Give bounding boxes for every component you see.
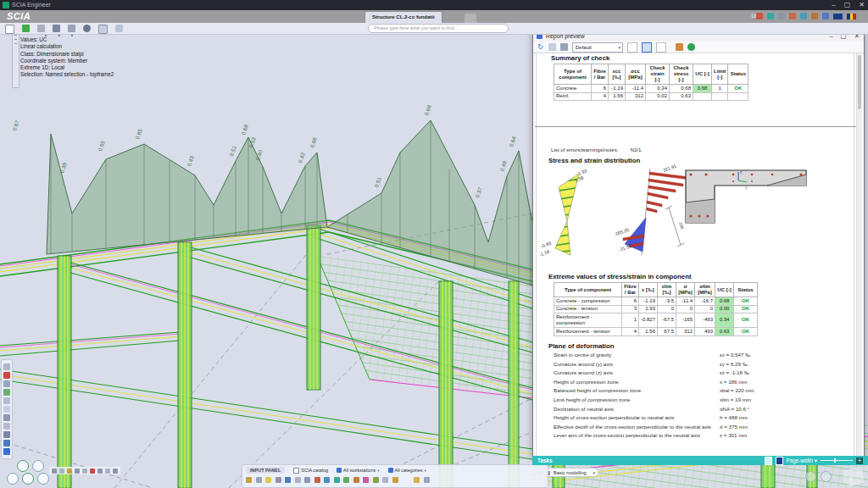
scrollbar-thumb[interactable] <box>858 55 861 109</box>
column[interactable] <box>58 256 71 488</box>
view-eye-icon[interactable] <box>83 25 91 32</box>
quick-icon[interactable] <box>67 469 72 474</box>
input-tool-icon[interactable] <box>265 477 271 483</box>
quick-icon[interactable] <box>75 469 80 474</box>
report-print-icon[interactable] <box>560 43 568 51</box>
global-search-input[interactable]: Please type here what you want to find..… <box>368 24 509 33</box>
rotate-icon[interactable] <box>3 397 10 404</box>
export-icon[interactable] <box>687 43 695 51</box>
beam[interactable] <box>0 332 180 356</box>
alert-bell-icon[interactable] <box>424 477 430 483</box>
quick-icon[interactable] <box>82 469 87 474</box>
column[interactable] <box>439 281 453 488</box>
minimize-button[interactable]: – <box>832 0 835 10</box>
eu-flag-icon[interactable] <box>833 14 843 19</box>
alert-bell-icon[interactable] <box>414 477 420 483</box>
quick-icon[interactable] <box>52 469 57 474</box>
continuous-view-button[interactable] <box>656 42 666 53</box>
layers-icon[interactable] <box>3 423 10 430</box>
input-tool-icon[interactable] <box>285 477 291 483</box>
input-tool-icon[interactable] <box>295 477 301 483</box>
view-orbit-button[interactable] <box>32 460 44 472</box>
close-button[interactable]: ✕ <box>859 0 865 10</box>
input-tool-icon[interactable] <box>343 477 349 483</box>
view-reset-button[interactable] <box>821 471 832 482</box>
fit-view-icon[interactable] <box>3 389 10 396</box>
view-home-button[interactable] <box>17 460 29 472</box>
zoom-in-button[interactable]: + <box>856 458 863 464</box>
quick-icon[interactable] <box>59 469 64 474</box>
categories-dropdown[interactable]: All categories▾ <box>388 468 426 473</box>
input-tool-icon[interactable] <box>275 477 281 483</box>
scia-catalog-toggle[interactable]: SCIA catalog <box>293 468 328 474</box>
process-toolbar[interactable]: Basic modelling ▾ <box>542 468 598 477</box>
column[interactable] <box>307 225 320 390</box>
quick-icon[interactable] <box>97 469 103 474</box>
style-combo[interactable]: Default <box>572 42 623 53</box>
quick-icon[interactable] <box>113 469 118 474</box>
page-layout-selected-icon[interactable] <box>776 457 783 465</box>
report-edit-icon[interactable] <box>548 43 556 51</box>
view-zoom-button[interactable] <box>7 473 19 485</box>
input-tool-icon[interactable] <box>304 477 310 483</box>
regenerate-icon[interactable]: ↻ <box>537 43 544 51</box>
zoom-slider[interactable] <box>821 460 853 461</box>
open-project-icon[interactable] <box>22 25 30 32</box>
record-icon[interactable] <box>3 372 10 379</box>
selection-icon[interactable] <box>3 431 10 438</box>
quick-icon[interactable] <box>90 469 95 474</box>
settings-icon[interactable] <box>3 440 10 446</box>
report-scrollbar[interactable] <box>856 53 862 457</box>
navigation-cube[interactable] <box>839 464 866 487</box>
mail-icon[interactable] <box>98 25 108 34</box>
view-rotate-button[interactable] <box>805 471 816 482</box>
fit-page-view-button[interactable] <box>642 42 652 53</box>
page-layout-icon[interactable] <box>765 457 772 465</box>
tasks-label[interactable]: Tasks <box>537 456 552 465</box>
report-page[interactable]: Summary of check Type of componentFibre … <box>533 53 862 457</box>
input-tool-icon[interactable] <box>334 477 340 483</box>
touch-mode-icon[interactable] <box>767 13 774 19</box>
input-tool-icon[interactable] <box>382 477 388 483</box>
input-tool-icon[interactable] <box>246 477 252 483</box>
romania-flag-icon[interactable] <box>847 14 856 19</box>
edit-tools-icon[interactable] <box>37 25 45 32</box>
single-page-view-button[interactable] <box>627 42 637 53</box>
input-tool-icon[interactable] <box>353 477 359 483</box>
tab-stub[interactable] <box>465 14 476 23</box>
input-tool-icon[interactable] <box>256 477 262 483</box>
print-icon[interactable] <box>53 25 60 32</box>
insert-image-icon[interactable] <box>676 43 683 51</box>
slab-reinforcement-mesh[interactable] <box>317 256 532 398</box>
workstations-dropdown[interactable]: All workstations▾ <box>337 468 379 473</box>
input-tool-icon[interactable] <box>373 477 379 483</box>
render-mode-icon[interactable] <box>3 414 10 421</box>
input-tool-icon[interactable] <box>392 477 398 483</box>
maximize-button[interactable]: ▢ <box>844 0 851 10</box>
sound-icon[interactable] <box>811 13 818 19</box>
zoom-mode-dropdown[interactable]: Page-width ▾ <box>787 456 817 465</box>
project-tab[interactable]: Structure CL.2-co fundatii <box>364 11 442 24</box>
input-tool-icon[interactable] <box>324 477 330 483</box>
column[interactable] <box>509 281 519 488</box>
quick-icon[interactable] <box>105 469 110 474</box>
apps-icon[interactable] <box>789 13 796 19</box>
layout-icon[interactable] <box>822 13 829 19</box>
library-icon[interactable] <box>68 25 75 32</box>
view-pan-button[interactable] <box>22 473 34 485</box>
zoom-tool-icon[interactable] <box>3 363 10 370</box>
results-panel-tab[interactable] <box>12 30 19 88</box>
input-tool-icon[interactable] <box>363 477 369 483</box>
zoom-slider-thumb[interactable] <box>834 458 836 463</box>
clip-box-icon[interactable] <box>3 406 10 413</box>
input-tool-icon[interactable] <box>314 477 320 483</box>
search-tool-icon[interactable] <box>115 25 123 32</box>
info-icon[interactable] <box>3 448 10 455</box>
column[interactable] <box>178 242 192 488</box>
user-icon[interactable] <box>778 13 785 19</box>
view-perspective-button[interactable] <box>37 473 49 485</box>
update-icon[interactable] <box>756 13 763 19</box>
pan-icon[interactable] <box>3 380 10 387</box>
new-project-icon[interactable] <box>5 25 14 34</box>
folder-icon[interactable] <box>800 13 807 19</box>
